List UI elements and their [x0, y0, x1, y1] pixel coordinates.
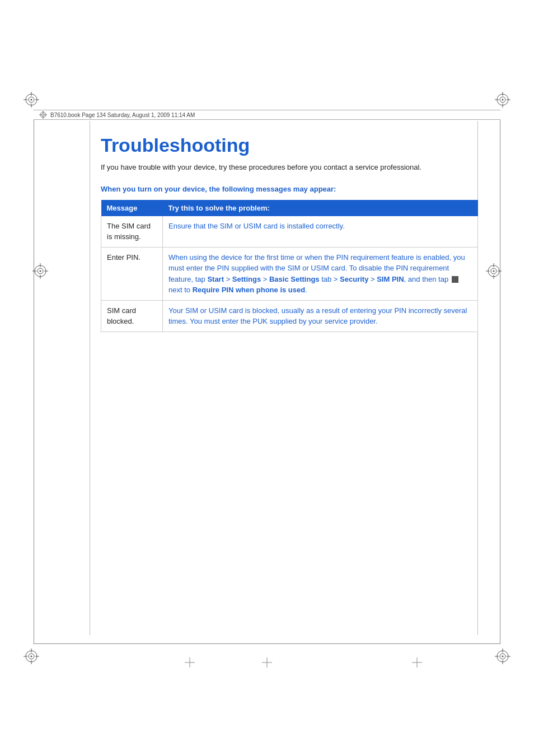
bottom-center-mark — [262, 657, 272, 669]
page-border-right — [500, 112, 500, 644]
bottom-left-inner-mark — [185, 657, 195, 669]
bold-settings: Settings — [232, 275, 261, 283]
solution-cell-1: Ensure that the SIM or USIM card is inst… — [163, 216, 478, 248]
reg-mark-mid-left — [32, 263, 48, 279]
page-title: Troubleshooting — [101, 134, 478, 156]
table-header-row: Message Try this to solve the problem: — [101, 200, 478, 216]
page-border-left — [34, 112, 34, 644]
bold-start: Start — [207, 275, 224, 283]
svg-point-23 — [40, 270, 41, 272]
svg-point-44 — [502, 656, 504, 657]
bold-require-pin: Require PIN when phone is used — [193, 286, 306, 294]
intro-paragraph: If you have trouble with your device, tr… — [101, 162, 478, 173]
svg-point-9 — [502, 99, 504, 101]
header-strip-text: B7610.book Page 134 Saturday, August 1, … — [50, 112, 195, 118]
bold-security: Security — [340, 275, 368, 283]
svg-point-37 — [31, 656, 32, 657]
reg-mark-bottom-left — [24, 648, 39, 664]
table-row: Enter PIN. When using the device for the… — [101, 247, 478, 300]
svg-point-30 — [493, 270, 495, 272]
col-solution-header: Try this to solve the problem: — [163, 200, 478, 216]
header-crosshair-icon — [39, 111, 47, 119]
bottom-right-inner-mark — [412, 657, 422, 669]
inner-left-line — [90, 121, 90, 635]
reg-mark-mid-right — [486, 263, 502, 279]
reg-mark-bottom-right — [495, 648, 510, 664]
page-border-bottom — [34, 643, 500, 644]
inline-square-icon — [452, 276, 458, 283]
solution-cell-3: Your SIM or USIM card is blocked, usuall… — [163, 300, 478, 332]
table-row: SIM card blocked. Your SIM or USIM card … — [101, 300, 478, 332]
header-strip: B7610.book Page 134 Saturday, August 1, … — [34, 110, 500, 120]
message-cell-3: SIM card blocked. — [101, 300, 163, 332]
section-heading: When you turn on your device, the follow… — [101, 184, 478, 194]
svg-point-2 — [31, 99, 32, 101]
reg-mark-top-left — [24, 92, 39, 108]
reg-mark-top-right — [495, 92, 510, 108]
troubleshooting-table: Message Try this to solve the problem: T… — [101, 200, 478, 332]
solution-cell-2: When using the device for the first time… — [163, 247, 478, 300]
message-cell-2: Enter PIN. — [101, 247, 163, 300]
table-row: The SIM card is missing. Ensure that the… — [101, 216, 478, 248]
bold-sim-pin: SIM PIN — [377, 275, 404, 283]
svg-point-16 — [43, 114, 44, 115]
message-cell-1: The SIM card is missing. — [101, 216, 163, 248]
main-content: Troubleshooting If you have trouble with… — [101, 134, 478, 332]
col-message-header: Message — [101, 200, 163, 216]
bold-basic-settings: Basic Settings — [269, 275, 320, 283]
